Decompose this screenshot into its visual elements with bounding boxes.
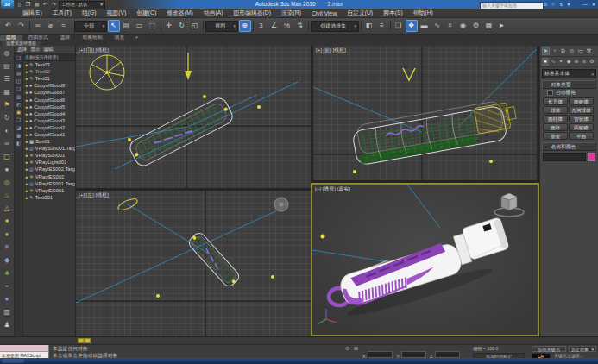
- explorer-filter-icon[interactable]: ▥: [16, 93, 21, 101]
- scene-object-row[interactable]: ● ✎ Text001: [23, 194, 75, 201]
- scene-object-row[interactable]: ● ◎ VRayIES001.Target: [23, 180, 75, 187]
- left-toolbar-icon[interactable]: ☰: [2, 72, 13, 85]
- selected-objects-dropdown[interactable]: 选定对象 ▾: [569, 346, 596, 352]
- viewport-left[interactable]: [+] [左] [线框]: [76, 191, 311, 336]
- ribbon-tab[interactable]: 对象绘制: [76, 35, 108, 41]
- explorer-filter-icon[interactable]: ◫: [16, 78, 21, 85]
- visibility-bulb-icon[interactable]: ●: [25, 173, 28, 180]
- coordinate-field[interactable]: [435, 351, 460, 358]
- primitive-button[interactable]: 球体: [543, 106, 568, 114]
- left-toolbar-icon[interactable]: ♣: [2, 267, 13, 279]
- left-toolbar-icon[interactable]: ●: [2, 292, 13, 305]
- object-type-rollout[interactable]: − 对象类型: [542, 80, 596, 89]
- scene-object-row[interactable]: ● ● CopyofGood4: [23, 110, 75, 117]
- search-side-icon[interactable]: ↯: [557, 1, 564, 8]
- visibility-bulb-icon[interactable]: ●: [25, 75, 28, 82]
- visibility-bulb-icon[interactable]: ●: [25, 166, 28, 173]
- left-toolbar-icon[interactable]: ▦: [2, 85, 13, 98]
- isolate-selection-icon[interactable]: ⊙: [343, 346, 351, 352]
- scene-object-row[interactable]: ● ● CopyofGood8: [23, 82, 75, 89]
- redo-icon[interactable]: ↷: [16, 20, 28, 32]
- rendered-frame-icon[interactable]: ▦: [483, 20, 495, 32]
- left-toolbar-icon[interactable]: ▢: [2, 150, 13, 163]
- category-shapes[interactable]: ∿: [550, 58, 557, 66]
- menu-item[interactable]: 编辑(E): [17, 9, 47, 17]
- search-side-icon[interactable]: ☆: [550, 1, 557, 8]
- spinner-snap-icon[interactable]: ⇅: [294, 20, 306, 32]
- visibility-bulb-icon[interactable]: ●: [25, 82, 28, 89]
- scene-object-row[interactable]: ● ▦ Box01: [23, 138, 75, 145]
- left-toolbar-icon[interactable]: ◆: [2, 254, 13, 267]
- left-toolbar-icon[interactable]: ↻: [2, 111, 13, 124]
- scene-object-row[interactable]: ● ● CopyofGood2: [23, 124, 75, 131]
- explorer-filter-icon[interactable]: ◧: [16, 140, 21, 147]
- scene-object-row[interactable]: ● ● CopyofGood6: [23, 96, 75, 103]
- scene-object-row[interactable]: ● ◎ VRaySun001.Target: [23, 145, 75, 152]
- application-menu-button[interactable]: 3d: [1, 0, 14, 9]
- schematic-view-icon[interactable]: ⌗: [444, 20, 456, 32]
- coordinate-field[interactable]: [401, 351, 426, 358]
- quick-access-icon[interactable]: ▯: [16, 1, 23, 8]
- scene-object-row[interactable]: ● ✎ Text03: [23, 61, 75, 68]
- auto-key-button[interactable]: 自动关键点: [532, 346, 566, 352]
- undo-icon[interactable]: ↶: [3, 20, 15, 32]
- category-lights[interactable]: ✦: [557, 58, 564, 66]
- scene-object-row[interactable]: ● ✎ Text01: [23, 75, 75, 82]
- visibility-bulb-icon[interactable]: ●: [25, 180, 28, 187]
- visibility-bulb-icon[interactable]: ●: [25, 152, 28, 159]
- viewport-label[interactable]: [+] [前] [线框]: [316, 47, 346, 54]
- menu-item[interactable]: 创建(C): [131, 9, 161, 17]
- select-by-name-icon[interactable]: ▤: [121, 20, 133, 32]
- explorer-filter-icon[interactable]: ▣: [16, 109, 21, 116]
- explorer-filter-icon[interactable]: ◨: [16, 62, 21, 70]
- layer-manager-icon[interactable]: ❏: [393, 20, 405, 32]
- visibility-bulb-icon[interactable]: ●: [25, 61, 28, 68]
- material-editor-icon[interactable]: ◉: [457, 20, 469, 32]
- left-toolbar-icon[interactable]: ◎: [2, 176, 13, 189]
- tab-hierarchy[interactable]: ⧉: [559, 47, 567, 55]
- menu-item[interactable]: 图形编辑器(D): [229, 9, 276, 17]
- select-scale-icon[interactable]: ◱: [189, 20, 201, 32]
- scene-object-row[interactable]: ● ☀ VRayIES002: [23, 173, 75, 180]
- viewport-label[interactable]: [+] [左] [线框]: [79, 191, 109, 199]
- window-button[interactable]: ✕: [590, 1, 597, 8]
- menu-item[interactable]: 视图(V): [102, 9, 132, 17]
- menu-item[interactable]: 自定义(U): [342, 9, 378, 17]
- explorer-filter-icon[interactable]: ❒: [16, 116, 21, 124]
- angle-snap-icon[interactable]: ∠: [268, 20, 280, 32]
- tab-utilities[interactable]: ⚒: [585, 47, 593, 55]
- render-setup-icon[interactable]: ⚙: [470, 20, 482, 32]
- ribbon-expand-icon[interactable]: ▾: [135, 35, 138, 41]
- visibility-bulb-icon[interactable]: ●: [25, 131, 28, 138]
- visibility-bulb-icon[interactable]: ●: [25, 187, 28, 194]
- left-toolbar-icon[interactable]: ∞: [2, 137, 13, 150]
- select-move-icon[interactable]: ✛: [163, 20, 175, 32]
- mirror-icon[interactable]: ◧: [363, 20, 375, 32]
- visibility-bulb-icon[interactable]: ●: [25, 138, 28, 145]
- explorer-menu-item[interactable]: 选择: [17, 47, 27, 53]
- menu-item[interactable]: 修改器(M): [161, 9, 198, 17]
- ribbon-toggle-icon[interactable]: ▬: [419, 20, 431, 32]
- explorer-filter-icon[interactable]: ▤: [16, 70, 21, 78]
- select-rotate-icon[interactable]: ↻: [176, 20, 188, 32]
- primitive-button[interactable]: 圆柱体: [543, 115, 568, 122]
- category-spacewarps[interactable]: ≋: [581, 58, 588, 66]
- window-crossing-icon[interactable]: ⬚: [147, 20, 159, 32]
- primitive-button[interactable]: 平面: [569, 132, 594, 140]
- ribbon-tab[interactable]: 填充: [109, 35, 131, 41]
- sort-header[interactable]: 名称(按升序排序): [23, 54, 75, 61]
- tab-modify[interactable]: ◔: [551, 47, 558, 55]
- timeline[interactable]: 0 05101520253035404550556065707580859095…: [76, 336, 539, 344]
- primitive-button[interactable]: 茶壶: [543, 132, 568, 140]
- left-toolbar-icon[interactable]: ✶: [2, 215, 13, 228]
- category-systems[interactable]: ⚙: [589, 58, 595, 66]
- visibility-bulb-icon[interactable]: ●: [25, 110, 28, 117]
- visibility-bulb-icon[interactable]: ●: [25, 159, 28, 166]
- left-toolbar-icon[interactable]: ◍: [2, 47, 13, 60]
- selection-lock-icon[interactable]: ⊠: [352, 346, 360, 352]
- ribbon-tab[interactable]: 自由形式: [22, 35, 54, 41]
- viewport-front[interactable]: [+] [前] [线框]: [313, 46, 537, 180]
- left-toolbar-icon[interactable]: ♨: [2, 189, 13, 202]
- scene-object-row[interactable]: ● ● CopyofGood5: [23, 104, 75, 110]
- primitive-button[interactable]: 圆锥体: [569, 97, 594, 105]
